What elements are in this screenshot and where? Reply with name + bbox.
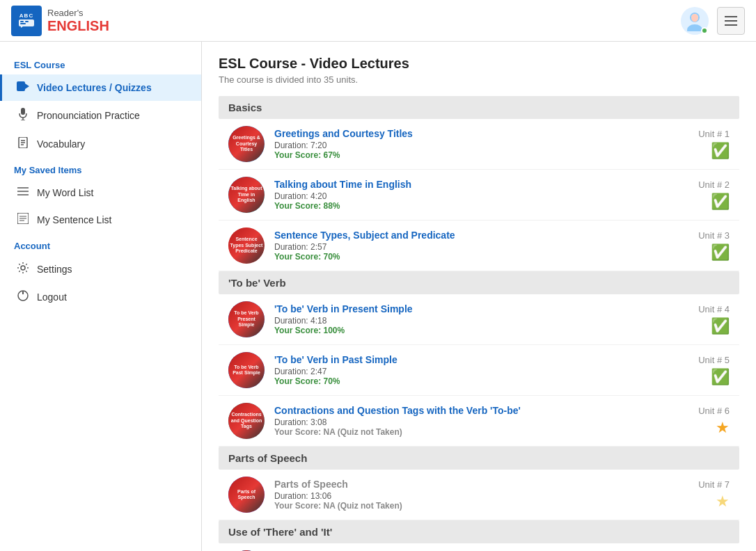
svg-rect-11: [21, 108, 25, 115]
unit-num-2: Unit # 2: [698, 179, 730, 190]
logo-english: ENGLISH: [47, 18, 109, 34]
sidebar-item-word-list[interactable]: My Word List: [0, 179, 201, 206]
unit-right-4: Unit # 4 ✅: [667, 304, 730, 335]
logo-readers: Reader's: [47, 8, 109, 18]
star-icon-7: ★: [716, 493, 730, 511]
unit-score-6: Your Score: NA (Quiz not Taken): [274, 427, 657, 437]
hamburger-line-3: [725, 24, 737, 26]
main-content: ESL Course - Video Lectures The course i…: [202, 42, 756, 551]
account-section-label: Account: [0, 234, 201, 255]
settings-icon: [16, 262, 30, 276]
unit-thumb-inner-2: Talking about Time in English: [228, 177, 265, 213]
sidebar-item-pronunciation[interactable]: Pronounciation Practice: [0, 101, 201, 130]
unit-duration-2: Duration: 4:20: [274, 191, 657, 201]
unit-row-7[interactable]: Parts of Speech Parts of Speech Duration…: [219, 470, 739, 520]
hamburger-button[interactable]: [717, 7, 745, 35]
pronunciation-label: Pronounciation Practice: [37, 110, 140, 121]
check-icon-5: ✅: [711, 368, 730, 386]
unit-thumb-5: To be Verb Past Simple: [228, 352, 265, 388]
unit-right-2: Unit # 2 ✅: [667, 179, 730, 211]
sentence-list-icon: [16, 213, 30, 227]
unit-row-8[interactable]: THERE IS THERE ARE Present Simple 'THERE…: [219, 543, 739, 551]
check-icon-1: ✅: [711, 142, 730, 160]
unit-title-6: Contractions and Question Tags with the …: [274, 405, 657, 416]
unit-row-6[interactable]: Contractions and Question Tags Contracti…: [219, 396, 739, 447]
logo-chat-icon: [18, 19, 35, 29]
hamburger-line-1: [725, 16, 737, 17]
unit-title-1: Greetings and Courtesy Titles: [274, 128, 657, 139]
unit-thumb-1: Greetings & Courtesy Titles: [228, 126, 265, 162]
unit-thumb-inner-5: To be Verb Past Simple: [228, 352, 265, 388]
unit-thumb-2: Talking about Time in English: [228, 177, 265, 213]
unit-duration-4: Duration: 4:18: [274, 316, 657, 326]
word-list-label: My Word List: [37, 187, 93, 198]
unit-num-1: Unit # 1: [698, 129, 730, 139]
vocabulary-label: Vocabulary: [37, 138, 85, 150]
svg-rect-1: [20, 21, 24, 22]
unit-thumb-inner-1: Greetings & Courtesy Titles: [228, 126, 265, 162]
unit-duration-6: Duration: 3:08: [274, 417, 657, 427]
unit-num-6: Unit # 6: [698, 406, 730, 416]
unit-score-3: Your Score: 70%: [274, 252, 657, 262]
unit-thumb-4: To be Verb Present Simple: [228, 301, 265, 337]
page-title: ESL Course - Video Lectures: [219, 56, 739, 72]
unit-row-4[interactable]: To be Verb Present Simple 'To be' Verb i…: [219, 294, 739, 345]
unit-score-5: Your Score: 70%: [274, 376, 657, 386]
unit-right-3: Unit # 3 ✅: [667, 230, 730, 262]
unit-info-6: Contractions and Question Tags with the …: [274, 405, 657, 437]
unit-num-5: Unit # 5: [698, 355, 730, 365]
sidebar-item-sentence-list[interactable]: My Sentence List: [0, 206, 201, 234]
svg-point-24: [21, 266, 25, 270]
mic-icon: [16, 108, 30, 123]
unit-duration-7: Duration: 13:06: [274, 491, 657, 501]
video-icon: [16, 81, 30, 94]
saved-items-section-label: My Saved Items: [0, 158, 201, 179]
svg-marker-10: [25, 83, 29, 89]
video-lectures-label: Video Lectures / Quizzes: [37, 82, 152, 93]
unit-score-1: Your Score: 67%: [274, 150, 657, 160]
svg-rect-3: [20, 23, 26, 24]
unit-thumb-inner-7: Parts of Speech: [228, 477, 265, 513]
unit-title-4: 'To be' Verb in Present Simple: [274, 303, 657, 314]
sidebar-item-vocabulary[interactable]: Vocabulary: [0, 130, 201, 158]
unit-row-2[interactable]: Talking about Time in English Talking ab…: [219, 170, 739, 221]
check-icon-2: ✅: [711, 193, 730, 211]
list-icon: [16, 186, 30, 199]
sidebar-item-logout[interactable]: Logout: [0, 283, 201, 311]
sidebar-item-video-lectures[interactable]: Video Lectures / Quizzes: [0, 74, 201, 101]
star-icon-6: ★: [716, 419, 730, 437]
unit-score-2: Your Score: 88%: [274, 201, 657, 211]
unit-row-5[interactable]: To be Verb Past Simple 'To be' Verb in P…: [219, 345, 739, 396]
sentence-list-label: My Sentence List: [37, 214, 111, 225]
main-layout: ESL Course Video Lectures / Quizzes Pron…: [0, 42, 756, 551]
svg-point-6: [687, 24, 702, 31]
unit-title-2: Talking about Time in English: [274, 179, 657, 190]
unit-title-3: Sentence Types, Subject and Predicate: [274, 230, 657, 241]
avatar[interactable]: [681, 7, 709, 35]
svg-rect-9: [17, 81, 25, 91]
svg-marker-4: [21, 26, 23, 28]
unit-right-7: Unit # 7 ★: [667, 479, 730, 511]
unit-info-2: Talking about Time in English Duration: …: [274, 179, 657, 211]
esl-section-label: ESL Course: [0, 53, 201, 74]
app-header: ABC Reader's ENGLISH: [0, 0, 756, 42]
section-header-tobe: 'To be' Verb: [219, 271, 739, 294]
page-subtitle: The course is divided into 35 units.: [219, 74, 739, 85]
unit-row-3[interactable]: Sentence Types Subject Predicate Sentenc…: [219, 221, 739, 271]
unit-score-7: Your Score: NA (Quiz not Taken): [274, 501, 657, 511]
sidebar-item-settings[interactable]: Settings: [0, 255, 201, 283]
section-header-there: Use of 'There' and 'It': [219, 520, 739, 543]
logo-area: ABC Reader's ENGLISH: [11, 6, 109, 36]
unit-thumb-6: Contractions and Question Tags: [228, 403, 265, 439]
logout-icon: [16, 290, 30, 304]
sidebar: ESL Course Video Lectures / Quizzes Pron…: [0, 42, 202, 551]
unit-info-3: Sentence Types, Subject and Predicate Du…: [274, 230, 657, 262]
unit-info-7: Parts of Speech Duration: 13:06 Your Sco…: [274, 479, 657, 511]
logo-text: Reader's ENGLISH: [47, 8, 109, 34]
unit-score-4: Your Score: 100%: [274, 326, 657, 335]
unit-info-1: Greetings and Courtesy Titles Duration: …: [274, 128, 657, 160]
unit-row-1[interactable]: Greetings & Courtesy Titles Greetings an…: [219, 119, 739, 170]
hamburger-line-2: [725, 20, 737, 22]
unit-info-4: 'To be' Verb in Present Simple Duration:…: [274, 303, 657, 335]
section-header-basics: Basics: [219, 96, 739, 119]
